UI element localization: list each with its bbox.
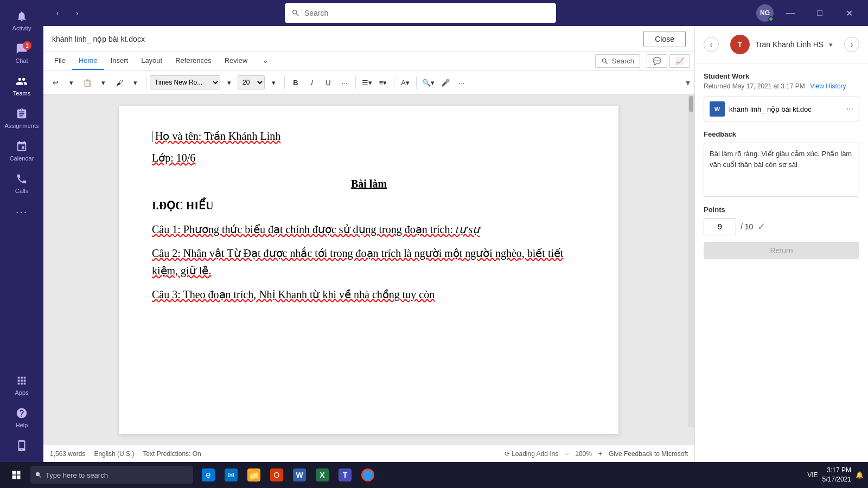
tab-home[interactable]: Home	[72, 52, 104, 70]
panel-body: Student Work Returned May 17, 2021 at 3:…	[695, 63, 868, 462]
format-painter-dropdown[interactable]: ▾	[127, 75, 143, 90]
taskbar-apps: e ✉ 📁 O W X T 🌐	[197, 463, 379, 487]
ribbon: File Home Insert Layout References Revie…	[43, 52, 694, 95]
sidebar-label-chat: Chat	[15, 57, 28, 64]
taskbar-teams[interactable]: T	[334, 463, 356, 487]
taskbar-language: VIE	[807, 471, 818, 479]
close-button[interactable]: ✕	[837, 4, 861, 22]
right-panel: ‹ T Tran Khanh Linh HS ▾ › Student Work	[694, 26, 868, 462]
panel-prev-button[interactable]: ‹	[704, 37, 719, 52]
feedback-link[interactable]: Give Feedback to Microsoft	[609, 450, 688, 458]
sidebar-item-help[interactable]: Help	[0, 401, 43, 434]
doc-page[interactable]: Họ và tên: Trần Khánh Linh Lớp: 10/6 Bài…	[119, 106, 618, 434]
comment-button[interactable]: 💬	[647, 54, 667, 68]
sidebar-item-calls[interactable]: Calls	[0, 167, 43, 200]
sidebar-item-calendar[interactable]: Calendar	[0, 134, 43, 167]
student-work-title: Student Work	[704, 72, 859, 80]
doc-close-button[interactable]: Close	[643, 31, 686, 47]
sidebar-item-assignments[interactable]: Assignments	[0, 102, 43, 134]
taskbar-chrome[interactable]: 🌐	[357, 463, 379, 487]
font-size-dropdown[interactable]: ▾	[266, 75, 281, 90]
sidebar-item-device[interactable]	[0, 434, 43, 458]
sidebar-item-chat[interactable]: 1 Chat	[0, 37, 43, 69]
view-history-link[interactable]: View History	[810, 82, 846, 90]
doc-line-class: Lớp: 10/6	[152, 149, 586, 166]
scrollbar[interactable]	[688, 95, 694, 427]
start-button[interactable]	[4, 463, 28, 487]
panel-header: ‹ T Tran Khanh Linh HS ▾ ›	[695, 26, 868, 63]
font-size-select[interactable]: 20	[238, 75, 265, 89]
search-icon	[291, 9, 300, 17]
taskbar-edge[interactable]: e	[197, 463, 219, 487]
calls-icon	[15, 172, 28, 185]
back-button[interactable]: ‹	[50, 5, 65, 21]
divider-3	[355, 76, 356, 89]
highlight-button[interactable]: A▾	[398, 75, 413, 90]
points-total: / 10	[741, 222, 753, 231]
taskbar-word[interactable]: W	[289, 463, 310, 487]
font-name-select[interactable]: Times New Ro...	[150, 75, 220, 89]
forward-button[interactable]: ›	[69, 5, 85, 21]
font-name-dropdown[interactable]: ▾	[221, 75, 237, 90]
undo-button[interactable]: ↩	[48, 75, 63, 90]
return-button[interactable]: Return	[704, 242, 859, 259]
more-format-button[interactable]: ···	[337, 75, 352, 90]
undo-dropdown[interactable]: ▾	[63, 75, 79, 90]
zoom-plus[interactable]: +	[598, 450, 602, 458]
search-input[interactable]	[304, 9, 550, 17]
taskbar-office[interactable]: O	[266, 463, 288, 487]
doc-title-bar: khánh linh_ nộp bài kt.docx Close	[43, 26, 694, 52]
tab-review[interactable]: Review	[218, 52, 254, 70]
align-button[interactable]: ≡▾	[375, 75, 391, 90]
student-name: Tran Khanh Linh HS	[755, 40, 824, 49]
list-button[interactable]: ☰▾	[359, 75, 374, 90]
format-group: 🖌 ▾	[112, 75, 143, 90]
ribbon-search[interactable]: Search	[595, 54, 640, 68]
tab-insert[interactable]: Insert	[104, 52, 135, 70]
paste-dropdown[interactable]: ▾	[95, 75, 111, 90]
points-label: Points	[704, 206, 859, 214]
points-check-icon[interactable]: ✓	[757, 221, 765, 233]
zoom-minus[interactable]: −	[565, 450, 569, 458]
taskbar-excel[interactable]: X	[311, 463, 333, 487]
taskbar: Type here to search e ✉ 📁 O W X T	[0, 462, 868, 488]
tab-file[interactable]: File	[48, 52, 72, 70]
file-name: khánh linh_ nộp bài kt.doc	[729, 105, 842, 113]
taskbar-search[interactable]: Type here to search	[30, 466, 193, 484]
file-item: W khánh linh_ nộp bài kt.doc ···	[704, 97, 859, 121]
bold-button[interactable]: B	[288, 75, 303, 90]
panel-next-button[interactable]: ›	[844, 37, 859, 52]
divider-4	[394, 76, 394, 89]
sidebar-item-teams[interactable]: Teams	[0, 69, 43, 102]
status-dot	[768, 16, 774, 22]
feedback-text[interactable]: Bài làm rõ ràng. Viết giàu cảm xúc. Phần…	[704, 143, 859, 197]
doc-filename: khánh linh_ nộp bài kt.docx	[52, 35, 145, 43]
toolbar-expand[interactable]: ▾	[686, 78, 690, 88]
tab-references[interactable]: References	[169, 52, 218, 70]
points-input[interactable]	[704, 218, 736, 235]
maximize-button[interactable]: □	[807, 4, 832, 22]
dictate-button[interactable]: 🎤	[438, 75, 453, 90]
file-more-button[interactable]: ···	[846, 104, 853, 114]
title-bar: ‹ › NG — □ ✕	[43, 0, 868, 26]
underline-button[interactable]: U	[321, 75, 336, 90]
sidebar-item-activity[interactable]: Activity	[0, 4, 43, 37]
chart-button[interactable]: 📈	[669, 54, 690, 68]
sidebar-label-calls: Calls	[15, 188, 28, 194]
student-dropdown-icon[interactable]: ▾	[829, 41, 833, 49]
more-toolbar-button[interactable]: ···	[454, 75, 469, 90]
sidebar-item-apps[interactable]: Apps	[0, 369, 43, 401]
taskbar-search-icon	[35, 471, 42, 479]
find-button[interactable]: 🔍▾	[420, 75, 437, 90]
taskbar-explorer[interactable]: 📁	[243, 463, 265, 487]
italic-button[interactable]: I	[304, 75, 320, 90]
avatar: NG	[756, 4, 774, 22]
notification-icon[interactable]: 🔔	[856, 471, 864, 479]
taskbar-mail[interactable]: ✉	[220, 463, 242, 487]
paste-button[interactable]: 📋	[80, 75, 95, 90]
format-painter-button[interactable]: 🖌	[112, 75, 127, 90]
sidebar-item-more[interactable]: ···	[0, 200, 43, 223]
minimize-button[interactable]: —	[778, 4, 803, 22]
tab-layout[interactable]: Layout	[135, 52, 169, 70]
tab-more[interactable]: ⌄	[256, 52, 275, 70]
